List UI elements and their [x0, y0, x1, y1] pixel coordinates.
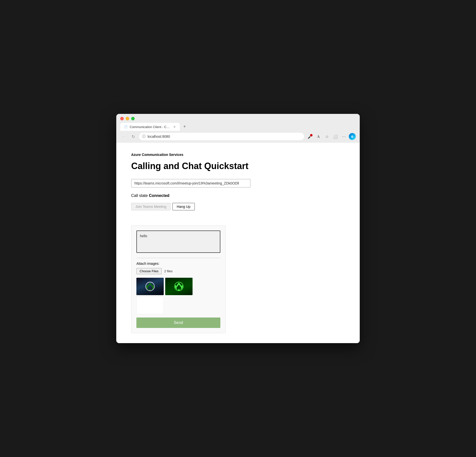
- svg-point-1: [175, 282, 183, 291]
- browser-window: 📄 Communication Client - Calling ✕ + ← ↻…: [116, 114, 360, 343]
- reload-button[interactable]: ↻: [130, 133, 137, 140]
- more-options-icon[interactable]: ⋯: [340, 133, 347, 140]
- close-window-button[interactable]: [120, 117, 124, 120]
- call-state-label: Call state: [131, 193, 149, 198]
- tab-label: Communication Client - Calling: [130, 125, 170, 129]
- maximize-window-button[interactable]: [131, 117, 135, 120]
- tab-page-icon: 📄: [124, 125, 128, 129]
- app-title: Calling and Chat Quickstart: [131, 161, 345, 171]
- edge-browser-icon[interactable]: e: [349, 133, 356, 140]
- hang-up-button[interactable]: Hang Up: [172, 203, 195, 210]
- app-subtitle: Azure Communication Services: [131, 153, 345, 157]
- minimize-window-button[interactable]: [126, 117, 129, 120]
- tabs-row: 📄 Communication Client - Calling ✕ +: [120, 123, 356, 131]
- split-screen-icon[interactable]: ⬜: [332, 133, 339, 140]
- active-tab[interactable]: 📄 Communication Client - Calling ✕: [120, 123, 180, 131]
- preview-image-3: [136, 297, 164, 314]
- chat-container: hello Attach images: Choose Files 2 file…: [131, 225, 226, 333]
- tab-close-button[interactable]: ✕: [172, 125, 176, 129]
- address-bar: ← ↻ ⓘ localhost:8080 🎤 𝐀 ☆ ⬜ ⋯ e: [116, 131, 360, 143]
- favorites-icon[interactable]: ☆: [323, 133, 330, 140]
- preview-image-1: [136, 278, 164, 295]
- attach-label: Attach images:: [136, 262, 220, 266]
- toolbar-icons: 🎤 𝐀 ☆ ⬜ ⋯ e: [307, 133, 356, 140]
- preview-image-2: [165, 278, 193, 295]
- xbox-logo-1: [145, 282, 155, 291]
- choose-files-button[interactable]: Choose Files: [136, 268, 162, 274]
- back-button[interactable]: ←: [120, 133, 127, 140]
- call-state-value: Connected: [149, 193, 169, 198]
- meeting-url-input[interactable]: [131, 179, 250, 187]
- call-state-row: Call state Connected: [131, 193, 345, 198]
- title-bar: 📄 Communication Client - Calling ✕ +: [116, 114, 360, 131]
- message-input[interactable]: hello: [136, 230, 220, 253]
- divider: [136, 258, 220, 258]
- send-button[interactable]: Send: [136, 318, 220, 328]
- traffic-lights: [120, 117, 356, 120]
- url-text[interactable]: localhost:8080: [148, 135, 170, 138]
- xbox-logo-2: [174, 282, 184, 291]
- file-input-row: Choose Files 2 files: [136, 268, 220, 274]
- file-count: 2 files: [164, 269, 173, 273]
- join-teams-meeting-button[interactable]: Join Teams Meeting: [131, 203, 170, 210]
- url-bar: ⓘ localhost:8080: [139, 133, 304, 140]
- action-buttons: Join Teams Meeting Hang Up: [131, 203, 345, 210]
- image-previews: [136, 278, 220, 314]
- new-tab-button[interactable]: +: [181, 123, 188, 130]
- read-aloud-icon[interactable]: 𝐀: [315, 133, 322, 140]
- microphone-icon[interactable]: 🎤: [307, 133, 314, 140]
- page-content: Azure Communication Services Calling and…: [116, 143, 360, 343]
- info-icon: ⓘ: [142, 134, 146, 139]
